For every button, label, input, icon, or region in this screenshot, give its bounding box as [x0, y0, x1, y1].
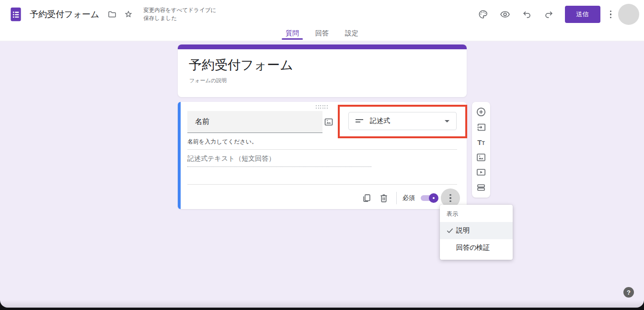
question-type-dropdown[interactable]: 記述式	[348, 112, 457, 130]
document-title[interactable]: 予約受付フォーム	[30, 9, 99, 20]
divider	[187, 184, 457, 185]
menu-header: 表示	[440, 208, 513, 222]
account-avatar[interactable]	[618, 4, 639, 25]
form-description-field[interactable]: フォームの説明	[189, 77, 227, 84]
add-title-icon[interactable]: TT	[475, 136, 487, 148]
top-bar: 予約受付フォーム 変更内容をすべてドライブに保存しました	[0, 0, 644, 29]
preview-eye-icon[interactable]	[495, 5, 515, 24]
add-video-icon[interactable]	[475, 166, 487, 178]
more-options-icon[interactable]	[606, 8, 616, 22]
answer-placeholder: 記述式テキスト（短文回答）	[187, 155, 371, 167]
google-forms-window: 予約受付フォーム 変更内容をすべてドライブに保存しました	[0, 0, 644, 308]
add-image-icon[interactable]	[475, 152, 487, 163]
add-section-icon[interactable]	[475, 182, 487, 193]
save-status-text: 変更内容をすべてドライブに保存しました	[143, 6, 219, 22]
help-button[interactable]: ?	[623, 287, 634, 298]
add-question-icon[interactable]	[475, 106, 487, 118]
theme-palette-icon[interactable]	[473, 5, 493, 24]
chevron-down-icon	[445, 120, 449, 122]
question-description[interactable]: 名前を入力してください。	[187, 138, 257, 146]
move-folder-icon[interactable]	[104, 6, 120, 22]
tab-questions[interactable]: 質問	[284, 29, 301, 41]
footer-divider	[396, 192, 397, 204]
form-header-card: 予約受付フォーム フォームの説明	[178, 44, 467, 97]
required-toggle[interactable]	[421, 195, 437, 201]
redo-icon[interactable]	[540, 5, 559, 24]
undo-icon[interactable]	[518, 5, 537, 24]
tab-bar: 質問 回答 設定	[0, 29, 644, 41]
star-icon[interactable]	[120, 6, 137, 22]
import-questions-icon[interactable]	[475, 122, 487, 133]
duplicate-question-icon[interactable]	[358, 189, 375, 207]
delete-question-icon[interactable]	[375, 189, 392, 207]
add-toolbar: TT	[472, 102, 490, 198]
short-answer-icon	[356, 119, 363, 123]
tab-responses[interactable]: 回答	[313, 29, 331, 41]
question-type-label: 記述式	[370, 117, 390, 125]
selected-question-indicator	[178, 102, 181, 209]
forms-logo-icon[interactable]	[7, 5, 25, 23]
question-options-menu: 表示 説明 回答の検証	[440, 205, 513, 260]
checkmark-icon	[440, 226, 455, 235]
divider	[187, 149, 457, 150]
add-image-to-question-icon[interactable]	[323, 116, 334, 128]
required-label: 必須	[402, 194, 415, 202]
question-card: 名前 記述式 名前を入力してください。 記述式テキスト（短文回答）	[178, 102, 467, 209]
drag-handle-icon[interactable]	[316, 105, 328, 109]
question-title-input[interactable]: 名前	[187, 111, 322, 133]
send-button[interactable]: 送信	[565, 6, 600, 23]
tab-settings[interactable]: 設定	[343, 29, 360, 41]
menu-item-response-validation[interactable]: 回答の検証	[440, 239, 513, 256]
form-title-field[interactable]: 予約受付フォーム	[189, 56, 293, 74]
menu-item-description[interactable]: 説明	[440, 222, 513, 239]
